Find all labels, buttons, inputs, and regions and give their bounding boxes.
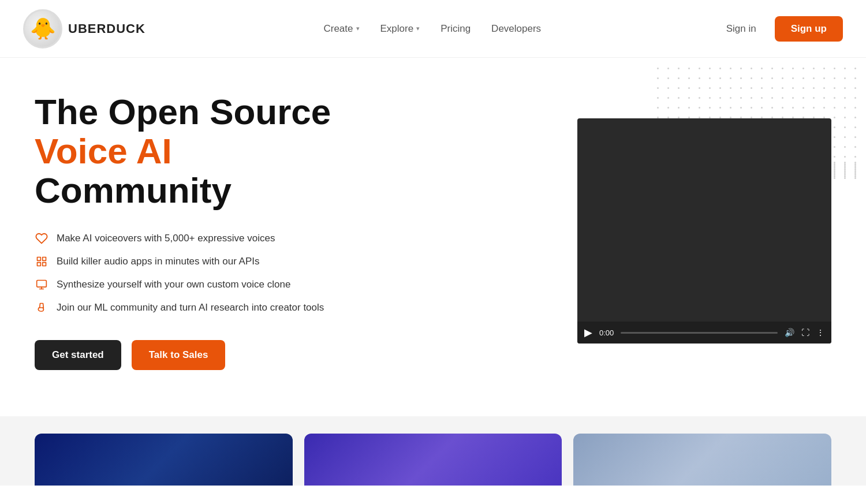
bottom-card-2[interactable] [304, 434, 562, 486]
dot [844, 174, 846, 176]
nav-item-pricing[interactable]: Pricing [441, 23, 471, 35]
dot [719, 97, 721, 99]
dot [834, 163, 835, 165]
dot [844, 117, 846, 118]
dot [834, 68, 835, 69]
dot [699, 77, 700, 79]
dot [761, 68, 763, 69]
dot [761, 107, 763, 109]
nav-pricing-label: Pricing [441, 23, 471, 35]
hero-buttons: Get started Talk to Sales [35, 340, 404, 370]
dot [782, 107, 783, 109]
dot [813, 97, 815, 99]
video-play-button[interactable]: ▶ [584, 326, 592, 339]
dot [667, 77, 669, 79]
navbar: 🐥 UBERDUCK Create ▾ Explore ▾ Pricing De… [0, 0, 866, 58]
duck-emoji: 🐥 [30, 17, 56, 41]
dot [730, 87, 731, 89]
video-controls-bar: ▶ 0:00 🔊 ⛶ ⋮ [577, 322, 831, 344]
dot [699, 68, 700, 69]
dot [834, 170, 835, 172]
dot [730, 77, 731, 79]
list-item: Synthesize yourself with your own custom… [35, 278, 404, 292]
dot [761, 97, 763, 99]
bottom-card-3[interactable] [573, 434, 831, 486]
dot [719, 107, 721, 109]
dot [854, 77, 856, 79]
dot [751, 107, 752, 109]
video-progress-bar[interactable] [621, 332, 778, 334]
heart-icon [35, 232, 48, 245]
dot [834, 162, 835, 163]
signin-button[interactable]: Sign in [719, 18, 763, 39]
dot [844, 126, 846, 128]
dot [699, 87, 700, 89]
dot [740, 107, 742, 109]
dot [834, 77, 835, 79]
dot [761, 77, 763, 79]
dot [688, 87, 690, 89]
dot [782, 87, 783, 89]
dot [854, 162, 856, 163]
logo-link[interactable]: 🐥 UBERDUCK [23, 9, 145, 48]
nav-center: Create ▾ Explore ▾ Pricing Developers [323, 23, 541, 35]
dot [834, 117, 835, 118]
chevron-down-icon: ▾ [356, 25, 360, 32]
nav-item-developers[interactable]: Developers [491, 23, 541, 35]
bottom-card-1[interactable] [35, 434, 293, 486]
feature-text-3: Synthesize yourself with your own custom… [57, 279, 290, 290]
dot [792, 68, 794, 69]
dot [699, 97, 700, 99]
dot [844, 170, 846, 172]
dot [802, 87, 804, 89]
nav-item-create[interactable]: Create ▾ [323, 23, 359, 35]
dot [802, 68, 804, 69]
nav-item-explore[interactable]: Explore ▾ [380, 23, 420, 35]
dot [844, 77, 846, 79]
dot [854, 68, 856, 69]
dot [854, 170, 856, 172]
dot [813, 107, 815, 109]
dot [834, 176, 835, 177]
dot [740, 97, 742, 99]
dot [699, 107, 700, 109]
dot [802, 97, 804, 99]
nav-right: Sign in Sign up [719, 16, 843, 42]
dot [834, 169, 835, 170]
dot [657, 77, 659, 79]
dot [834, 107, 835, 109]
dot [667, 87, 669, 89]
video-player[interactable]: ▶ 0:00 🔊 ⛶ ⋮ [577, 118, 831, 344]
dot [730, 68, 731, 69]
svg-rect-0 [38, 257, 41, 260]
dot [854, 97, 856, 99]
fullscreen-icon[interactable]: ⛶ [801, 328, 809, 337]
dot [854, 117, 856, 118]
dot [771, 77, 773, 79]
list-item: Build killer audio apps in minutes with … [35, 255, 404, 268]
dot [854, 156, 856, 158]
get-started-button[interactable]: Get started [35, 340, 121, 370]
dot [844, 176, 846, 177]
dot [709, 97, 711, 99]
dot [771, 87, 773, 89]
dot [751, 77, 752, 79]
hero-section: // Generate dots inline via script docum… [0, 58, 866, 416]
dot [854, 126, 856, 128]
signup-button[interactable]: Sign up [775, 16, 843, 42]
dot [751, 97, 752, 99]
flask-icon [35, 301, 48, 315]
dot [844, 162, 846, 163]
dot [844, 172, 846, 174]
talk-to-sales-button[interactable]: Talk to Sales [132, 340, 226, 370]
dot [792, 77, 794, 79]
grid-icon [35, 255, 48, 268]
dot [771, 107, 773, 109]
dot [740, 68, 742, 69]
volume-icon[interactable]: 🔊 [785, 328, 794, 337]
dot [844, 156, 846, 158]
dot [761, 87, 763, 89]
more-options-icon[interactable]: ⋮ [816, 328, 824, 337]
dot [834, 174, 835, 176]
dot [834, 87, 835, 89]
